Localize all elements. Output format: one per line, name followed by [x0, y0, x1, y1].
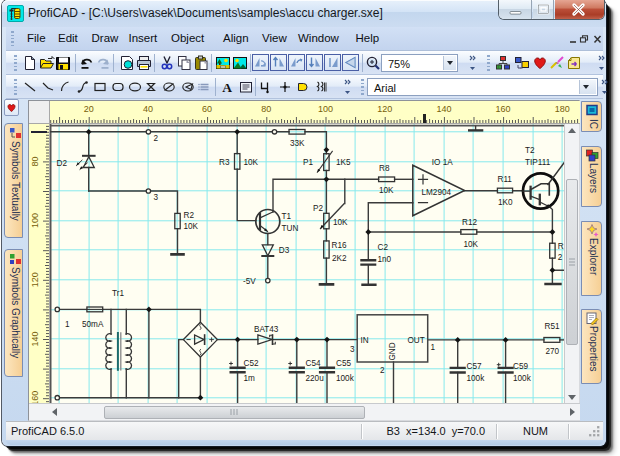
svg-text:2: 2	[558, 253, 563, 262]
svg-text:140: 140	[436, 104, 451, 114]
svg-text:120: 120	[30, 272, 40, 287]
svg-text:10K: 10K	[184, 222, 199, 231]
svg-text:20: 20	[84, 104, 94, 114]
svg-text:270: 270	[546, 347, 560, 356]
svg-text:C59: C59	[513, 362, 528, 371]
svg-text:D3: D3	[279, 246, 290, 255]
svg-text:3: 3	[154, 193, 159, 202]
svg-text:1: 1	[431, 343, 436, 352]
svg-text:2K2: 2K2	[332, 254, 347, 263]
svg-text:1: 1	[65, 320, 70, 329]
svg-text:TUN: TUN	[282, 224, 299, 233]
svg-text:2: 2	[380, 366, 385, 375]
svg-text:D2: D2	[57, 159, 68, 168]
svg-text:A: A	[222, 80, 232, 95]
svg-text:BAT43: BAT43	[254, 325, 279, 334]
svg-text:C54: C54	[306, 359, 321, 368]
svg-text:80: 80	[261, 104, 271, 114]
svg-text:R: R	[558, 242, 564, 251]
svg-text:P2: P2	[313, 204, 323, 213]
svg-text:220u: 220u	[306, 374, 325, 383]
svg-text:-5V: -5V	[243, 277, 256, 286]
svg-text:R16: R16	[332, 241, 347, 250]
svg-text:Tr1: Tr1	[112, 289, 124, 298]
svg-text:100k: 100k	[513, 374, 532, 383]
svg-text:160: 160	[30, 391, 40, 403]
svg-text:1n0: 1n0	[378, 255, 392, 264]
svg-text:33K: 33K	[290, 139, 305, 148]
svg-text:1K0: 1K0	[498, 198, 513, 207]
svg-text:LM2904: LM2904	[422, 188, 452, 197]
svg-text:1m: 1m	[244, 374, 256, 383]
svg-text:1K5: 1K5	[336, 158, 351, 167]
svg-text:IO 1A: IO 1A	[432, 158, 453, 167]
svg-text:R8: R8	[379, 164, 390, 173]
svg-text:50mA: 50mA	[82, 320, 104, 329]
svg-text:160: 160	[496, 104, 511, 114]
svg-text:OUT: OUT	[408, 336, 425, 345]
svg-text:R51: R51	[545, 322, 560, 331]
svg-text:GND: GND	[388, 342, 397, 360]
svg-text:R3: R3	[219, 158, 230, 167]
svg-text:10K: 10K	[244, 158, 259, 167]
svg-text:R2: R2	[184, 211, 195, 220]
svg-text:TIP111: TIP111	[525, 158, 551, 167]
svg-text:140: 140	[30, 331, 40, 346]
svg-text:100k: 100k	[467, 374, 486, 383]
svg-text:100: 100	[30, 213, 40, 228]
svg-text:180: 180	[555, 104, 570, 114]
svg-text:C55: C55	[336, 359, 351, 368]
svg-text:100: 100	[318, 104, 333, 114]
svg-text:T1: T1	[282, 212, 292, 221]
svg-text:120: 120	[377, 104, 392, 114]
svg-text:R12: R12	[462, 218, 477, 227]
svg-text:P1: P1	[303, 158, 313, 167]
svg-text:80: 80	[30, 156, 40, 166]
svg-text:100k: 100k	[336, 374, 355, 383]
svg-text:3: 3	[350, 345, 355, 354]
svg-text:10K: 10K	[333, 218, 348, 227]
svg-text:C57: C57	[467, 362, 482, 371]
svg-text:10K: 10K	[379, 186, 394, 195]
svg-text:C52: C52	[244, 359, 259, 368]
svg-text:C2: C2	[378, 243, 389, 252]
svg-text:2: 2	[154, 134, 159, 143]
svg-text:T2: T2	[525, 146, 535, 155]
svg-text:10K: 10K	[464, 240, 479, 249]
svg-text:60: 60	[202, 104, 212, 114]
svg-text:R11: R11	[498, 175, 513, 184]
svg-text:40: 40	[143, 104, 153, 114]
svg-text:IN: IN	[361, 336, 369, 345]
